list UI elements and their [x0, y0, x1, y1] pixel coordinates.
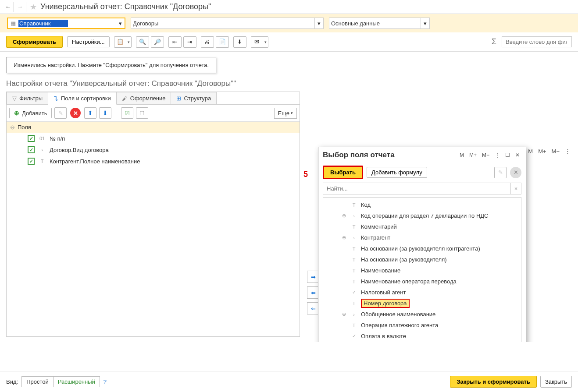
zoom-out-button[interactable]: 🔎: [151, 36, 164, 48]
delete-button[interactable]: ✕: [69, 107, 82, 119]
dropdown-icon[interactable]: ▾: [421, 18, 429, 28]
list-item[interactable]: ✓Платежный агент: [323, 342, 521, 342]
m-minus-button[interactable]: M−: [480, 151, 491, 159]
preview-button[interactable]: 📄: [216, 36, 229, 48]
favorite-icon[interactable]: ★: [30, 2, 37, 12]
list-item[interactable]: ✓Налоговый агент: [323, 287, 521, 298]
m-plus-button[interactable]: M+: [467, 151, 478, 159]
move-all-left-button[interactable]: ⇐: [307, 302, 319, 314]
window-title: Универсальный отчет: Справочник "Договор…: [40, 2, 211, 11]
move-left-button[interactable]: ⬅: [307, 286, 319, 299]
dropdown-icon[interactable]: ▾: [116, 18, 125, 28]
edit-formula-button[interactable]: ✎: [494, 167, 507, 178]
settings-title: Настройки отчета "Универсальный отчет: С…: [6, 79, 572, 88]
m-button[interactable]: M: [458, 151, 466, 159]
move-right-button[interactable]: ➡: [307, 271, 319, 283]
uncheck-all-button[interactable]: ☐: [136, 107, 148, 119]
m-button[interactable]: M: [527, 147, 534, 155]
dialog-search-input[interactable]: [323, 183, 510, 194]
expand-button[interactable]: ⇤: [168, 36, 182, 48]
edit-button[interactable]: ✎: [54, 107, 67, 119]
add-formula-button[interactable]: Добавить формулу: [367, 167, 427, 178]
field-row[interactable]: ✓›Договор.Вид договора: [7, 144, 300, 155]
type-icon: T: [38, 159, 46, 164]
field-row[interactable]: ✓TКонтрагент.Полное наименование: [7, 155, 300, 167]
list-item[interactable]: TНомер договора: [323, 298, 521, 309]
tab-filters[interactable]: ▽Фильтры: [7, 92, 48, 104]
field-label: № п/п: [50, 135, 65, 142]
type-icon: T: [350, 257, 357, 262]
expand-icon: ⊕: [341, 235, 347, 240]
type-icon: T: [350, 224, 357, 230]
tab-format[interactable]: 🖌Оформление: [116, 92, 171, 104]
item-label: Комментарий: [361, 223, 397, 230]
checkbox[interactable]: ✓: [28, 146, 35, 153]
checkbox[interactable]: ✓: [28, 158, 35, 165]
list-item[interactable]: TКомментарий: [323, 221, 521, 232]
list-item[interactable]: TНа основании (за руководителя): [323, 254, 521, 265]
clipboard-button[interactable]: 📋: [114, 36, 132, 48]
tree-icon: ⊞: [176, 95, 181, 102]
move-up-button[interactable]: ⬆: [84, 107, 96, 119]
notice-message: Изменились настройки. Нажмите "Сформиров…: [6, 57, 216, 73]
m-plus-button[interactable]: M+: [537, 147, 547, 155]
list-item[interactable]: ⊕›Обобщенное наименование: [323, 309, 521, 320]
fields-header[interactable]: ⊖ Поля: [7, 122, 300, 133]
clear-search-button[interactable]: ×: [510, 183, 521, 194]
list-item[interactable]: ✓Оплата в валюте: [323, 331, 521, 342]
list-item[interactable]: TКод: [323, 199, 521, 210]
object-combo[interactable]: Договоры ▾: [131, 18, 324, 29]
add-button[interactable]: ⊕Добавить: [9, 108, 52, 118]
main-toolbar: Сформировать Настройки... 📋 🔍 🔎 ⇤ ⇥ 🖨 📄 …: [0, 32, 578, 52]
save-button[interactable]: ⬇: [233, 36, 246, 48]
dialog-search: ×: [323, 183, 521, 194]
maximize-icon[interactable]: ☐: [503, 151, 512, 159]
field-label: Контрагент.Полное наименование: [50, 158, 140, 165]
nav-back-button[interactable]: ←: [2, 2, 14, 12]
tabs: ▽Фильтры ⇅Поля и сортировки 🖌Оформление …: [7, 92, 300, 105]
type-icon: T: [350, 279, 357, 284]
settings-button[interactable]: Настройки...: [67, 36, 110, 47]
dropdown-icon[interactable]: ▾: [314, 18, 323, 28]
select-button[interactable]: Выбрать: [323, 166, 363, 179]
menu-icon[interactable]: ⋮: [493, 151, 502, 159]
list-item[interactable]: ⊕›Код операции для раздел 7 декларации п…: [323, 210, 521, 221]
type-icon: T: [350, 301, 357, 306]
variant-combo[interactable]: Основные данные ▾: [329, 18, 430, 29]
delete-formula-button[interactable]: ✕: [510, 167, 521, 178]
m-minus-button[interactable]: M−: [550, 147, 561, 155]
brush-icon: 🖌: [122, 95, 128, 102]
list-item[interactable]: TОперация платежного агента: [323, 320, 521, 331]
tab-fields[interactable]: ⇅Поля и сортировки: [48, 92, 117, 105]
tab-structure[interactable]: ⊞Структура: [171, 92, 217, 104]
list-item[interactable]: ⊕›Контрагент: [323, 232, 521, 243]
nav-forward-button[interactable]: →: [14, 2, 26, 12]
type-combo[interactable]: ▦ Справочник ▾: [7, 18, 125, 29]
item-label: Код: [361, 201, 371, 208]
close-icon[interactable]: ✕: [514, 151, 521, 159]
variant-value: Основные данные: [329, 20, 421, 27]
print-button[interactable]: 🖨: [201, 36, 214, 48]
dialog-titlebar: Выбор поля отчета M M+ M− ⋮ ☐ ✕: [318, 147, 526, 163]
dialog-field-list[interactable]: TКод⊕›Код операции для раздел 7 декларац…: [323, 197, 521, 342]
dialog-toolbar: Выбрать Добавить формулу ✎ ✕: [318, 163, 526, 182]
menu-icon[interactable]: ⋮: [564, 147, 572, 155]
field-row[interactable]: ✓01№ п/п: [7, 133, 300, 144]
type-icon: T: [350, 202, 357, 208]
list-item[interactable]: TНаименование: [323, 265, 521, 276]
sigma-icon[interactable]: Σ: [492, 37, 496, 46]
titlebar: ← → ★ Универсальный отчет: Справочник "Д…: [0, 0, 578, 14]
check-all-button[interactable]: ☑: [121, 107, 133, 119]
list-item[interactable]: TНа основании (за руководителя контраген…: [323, 243, 521, 254]
checkbox[interactable]: ✓: [28, 135, 35, 142]
email-button[interactable]: ✉: [251, 36, 268, 48]
generate-button[interactable]: Сформировать: [6, 36, 63, 48]
list-item[interactable]: TНаименование оператора перевода: [323, 276, 521, 287]
more-button[interactable]: Еще▾: [274, 108, 297, 119]
collapse-button[interactable]: ⇥: [183, 36, 196, 48]
zoom-in-button[interactable]: 🔍: [136, 36, 149, 48]
search-input[interactable]: [502, 36, 572, 47]
move-down-button[interactable]: ⬇: [99, 107, 111, 119]
item-label: Контрагент: [361, 234, 390, 241]
highlighted-label: Номер договора: [361, 299, 410, 308]
